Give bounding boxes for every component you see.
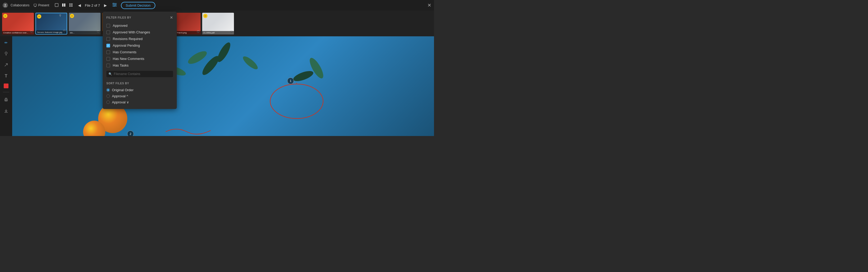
svg-rect-5 xyxy=(62,3,63,7)
svg-point-52 xyxy=(241,54,259,71)
thumb-minus-button[interactable]: − xyxy=(203,14,208,18)
filter-item-label: Revisions Required xyxy=(113,37,143,41)
sort-radio[interactable] xyxy=(106,88,110,92)
thumb-minus-button[interactable]: − xyxy=(37,14,41,19)
svg-point-20 xyxy=(60,14,61,16)
svg-rect-9 xyxy=(69,5,71,7)
left-sidebar: ✏ T xyxy=(0,36,12,136)
filter-item[interactable]: Has New Comments xyxy=(103,55,177,62)
svg-rect-4 xyxy=(55,3,58,7)
thumbnail-item[interactable]: −21-095a.pdf xyxy=(202,13,234,34)
svg-point-56 xyxy=(83,120,105,136)
thumb-label: Creative confidence over... xyxy=(2,31,34,34)
svg-line-42 xyxy=(5,64,7,66)
thumbnail-item[interactable]: −Senses featured image.jpg xyxy=(35,13,67,34)
thumbnail-strip: −Creative confidence over...−Senses feat… xyxy=(0,10,434,36)
present-button[interactable]: Present xyxy=(32,3,51,8)
sort-item-label: Original Order xyxy=(112,88,134,92)
svg-point-53 xyxy=(292,69,315,83)
svg-rect-1 xyxy=(34,4,36,6)
sort-section: SORT FILES BY Original OrderApproval ^Ap… xyxy=(103,79,177,105)
svg-point-57 xyxy=(270,84,323,118)
pencil-icon[interactable]: ✏ xyxy=(2,39,10,46)
filter-item[interactable]: Has Tasks xyxy=(103,62,177,69)
thumb-minus-button[interactable]: − xyxy=(70,14,74,18)
pin-icon[interactable] xyxy=(2,50,10,57)
filter-dropdown: FILTER FILES BY ✕ ApprovedApproved With … xyxy=(103,12,177,109)
canvas-image: 1 2 xyxy=(12,36,434,136)
view-grid4-button[interactable] xyxy=(68,2,74,8)
grid2-view-icon xyxy=(62,3,66,7)
svg-rect-44 xyxy=(5,98,7,99)
svg-text:1: 1 xyxy=(290,79,291,82)
filter-checkbox[interactable] xyxy=(106,37,110,41)
topbar: Collaborators Present xyxy=(0,0,434,10)
grid4-view-icon xyxy=(69,3,73,7)
collaborators-label: Collaborators xyxy=(10,3,29,7)
filter-item-label: Has Comments xyxy=(113,50,136,54)
filter-checkbox[interactable] xyxy=(106,30,110,34)
view-single-button[interactable] xyxy=(54,2,60,8)
svg-rect-8 xyxy=(71,3,72,5)
filter-item[interactable]: Approved xyxy=(103,22,177,29)
svg-point-51 xyxy=(215,41,232,64)
file-nav-label: File 2 of 7 xyxy=(85,3,100,7)
next-file-button[interactable]: ▶ xyxy=(103,3,108,8)
svg-point-16 xyxy=(114,5,115,7)
filter-items-list: ApprovedApproved With ChangesRevisions R… xyxy=(103,22,177,69)
filter-item[interactable]: Approved With Changes xyxy=(103,29,177,35)
sort-item-label: Approval ∨ xyxy=(112,100,129,104)
filter-item[interactable]: Approval Pending xyxy=(103,42,177,49)
filter-item-label: Approval Pending xyxy=(113,44,140,48)
prev-file-button[interactable]: ◀ xyxy=(77,3,82,8)
arrow-icon[interactable] xyxy=(2,61,10,69)
filter-checkbox[interactable] xyxy=(106,64,110,67)
submit-decision-button[interactable]: Submit Decision xyxy=(121,2,155,9)
thumbnail-item[interactable]: −Creative confidence over... xyxy=(2,13,34,34)
filter-checkbox[interactable] xyxy=(106,24,110,28)
sort-items-list: Original OrderApproval ^Approval ∨ xyxy=(106,87,173,105)
svg-point-59 xyxy=(287,78,294,84)
filter-checkbox[interactable] xyxy=(106,57,110,61)
sort-radio[interactable] xyxy=(106,101,110,104)
filter-item-label: Approved With Changes xyxy=(113,30,150,34)
filter-item-label: Approved xyxy=(113,24,128,28)
filter-item-label: Has Tasks xyxy=(113,63,129,67)
filter-close-button[interactable]: ✕ xyxy=(170,16,173,20)
sort-item[interactable]: Original Order xyxy=(106,87,173,93)
svg-rect-45 xyxy=(5,100,7,101)
svg-point-40 xyxy=(5,52,7,54)
view-grid2-button[interactable] xyxy=(61,2,67,8)
svg-point-61 xyxy=(127,131,134,136)
svg-point-15 xyxy=(115,4,116,5)
sort-title: SORT FILES BY xyxy=(106,82,173,85)
download-icon[interactable] xyxy=(2,107,10,114)
sort-item[interactable]: Approval ∨ xyxy=(106,99,173,105)
filter-checkbox[interactable] xyxy=(106,50,110,54)
single-view-icon xyxy=(55,3,59,7)
color-swatch[interactable] xyxy=(4,83,8,88)
svg-rect-10 xyxy=(71,5,72,7)
filter-checkbox[interactable] xyxy=(106,44,110,48)
text-icon[interactable]: T xyxy=(2,72,10,80)
close-button[interactable]: ✕ xyxy=(427,2,431,8)
svg-point-54 xyxy=(307,56,326,80)
filter-item[interactable]: Has Comments xyxy=(103,49,177,55)
filter-panel-title: FILTER FILES BY xyxy=(106,16,131,19)
filter-button[interactable] xyxy=(111,2,118,8)
thumb-label: sto... xyxy=(69,31,100,34)
svg-rect-6 xyxy=(64,3,65,7)
canvas-overlay: 1 2 xyxy=(12,36,434,136)
svg-point-48 xyxy=(186,49,209,66)
svg-text:2: 2 xyxy=(130,132,131,135)
filter-item[interactable]: Revisions Required xyxy=(103,35,177,42)
sort-item[interactable]: Approval ^ xyxy=(106,93,173,99)
thumb-minus-button[interactable]: − xyxy=(3,14,7,18)
printer-icon[interactable] xyxy=(2,96,10,103)
svg-point-0 xyxy=(4,4,6,5)
thumbnail-item[interactable]: −sto... xyxy=(69,13,100,34)
sort-radio[interactable] xyxy=(106,94,110,98)
filename-search-input[interactable] xyxy=(114,72,171,76)
topbar-right: ✕ xyxy=(427,2,431,8)
main-canvas: 1 2 xyxy=(12,36,434,136)
